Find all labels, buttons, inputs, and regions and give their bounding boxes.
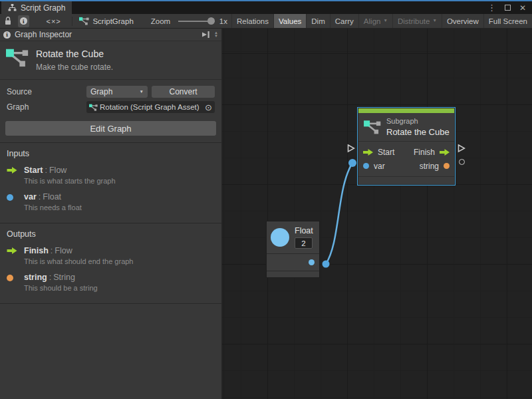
titlebar: Script Graph ⋮ ✕ [0,1,532,14]
source-dropdown-value: Graph [90,87,140,96]
chevron-down-icon: ▼ [432,19,436,23]
subgraph-node-header[interactable]: Subgraph Rotate the Cube [358,113,454,141]
flow-output-port-icon[interactable] [440,149,450,156]
script-graph-icon [89,104,98,111]
lock-icon[interactable] [5,17,11,25]
port-label-finish: Finish [414,148,435,157]
port-label-start: Start [378,148,394,157]
values-button[interactable]: Values [273,14,306,28]
graph-toolbar: i <×> ScriptGraph Zoom 1x Relations Valu… [0,14,532,29]
port-label-var: var [374,162,385,171]
value-port-row: var string [358,159,454,173]
align-button[interactable]: Align▼ [358,14,392,28]
chevron-down-icon: ▼ [383,19,387,23]
graph-inspector-panel: i Graph Inspector ▲ ▼ Rotate the Cube Ma… [0,29,222,399]
full-screen-button[interactable]: Full Screen [483,14,532,28]
node-footer [358,177,454,184]
entry-line: string:String [24,273,98,282]
subgraph-node[interactable]: Subgraph Rotate the Cube Start Finish [358,108,455,185]
script-graph-asset-icon [6,48,29,72]
node-type-badge: Subgraph [386,117,450,125]
connection-wire[interactable] [222,29,532,399]
zoom-value: 1x [219,17,227,25]
source-dropdown[interactable]: Graph ▼ [86,86,148,98]
edit-graph-button[interactable]: Edit Graph [5,121,216,136]
info-icon: i [20,17,27,25]
inspector-header: i Graph Inspector ▲ ▼ [0,29,221,41]
float-input-port-icon[interactable] [363,163,369,169]
tab-label: Script Graph [21,3,65,13]
dock-panel-icon[interactable] [202,31,210,38]
string-output-port-icon[interactable] [444,163,450,169]
zoom-slider-handle[interactable] [207,17,215,25]
distribute-button[interactable]: Distribute▼ [392,14,442,28]
flow-arrow-icon [7,166,19,185]
zoom-label: Zoom [151,17,170,25]
script-graph-breadcrumb[interactable]: ScriptGraph [92,17,133,25]
close-icon[interactable]: ✕ [519,4,526,12]
relations-button[interactable]: Relations [231,14,273,28]
entry-line: Finish:Flow [24,246,134,255]
string-output-connector-icon[interactable] [459,159,465,165]
overview-button[interactable]: Overview [442,14,483,28]
inputs-header: Inputs [7,149,215,158]
entry-description: This should be a string [24,284,98,292]
entry-description: This is what starts the graph [24,177,116,185]
float-output-port-icon[interactable] [309,259,315,265]
graph-title-block: Rotate the Cube Make the cube rotate. [0,41,221,80]
float-node-body [267,253,319,271]
object-picker-icon[interactable]: ⊙ [205,103,212,112]
graph-object-field[interactable]: Rotation (Script Graph Asset) ⊙ [86,101,215,113]
window-controls: ⋮ ✕ [487,1,532,14]
chevron-down-icon: ▼ [140,90,144,94]
flow-output-connector-icon[interactable] [458,144,466,153]
window-menu-icon[interactable]: ⋮ [487,3,496,12]
dim-button[interactable]: Dim [306,14,329,28]
float-node-title: Float [295,226,313,235]
float-value-input[interactable]: 2 [295,237,313,249]
graph-hierarchy-icon [8,4,17,11]
convert-button[interactable]: Convert [152,86,215,98]
entry-description: This is what should end the graph [24,257,134,265]
script-graph-icon [364,120,381,134]
node-title: Rotate the Cube [386,127,450,137]
flow-arrow-icon [7,246,19,265]
string-port-icon [7,273,19,292]
output-entry-finish: Finish:Flow This is what should end the … [7,246,215,265]
toolbar-separator [72,17,72,26]
view-source-icon[interactable]: <×> [47,17,61,25]
inspector-toggle-button[interactable]: i [18,15,29,27]
graph-row: Graph Rotation (Script Graph Asset) ⊙ [7,101,215,113]
carry-button[interactable]: Carry [330,14,358,28]
tab-script-graph[interactable]: Script Graph [1,1,72,14]
outputs-section: Outputs Finish:Flow This is what should … [0,223,221,304]
outputs-header: Outputs [7,229,215,239]
node-ports: Start Finish var string [358,141,454,177]
input-entry-start: Start:Flow This is what starts the graph [7,166,215,185]
graph-title-texts: Rotate the Cube Make the cube rotate. [36,48,113,72]
scroll-down-icon[interactable]: ▼ [214,35,218,38]
value-port-icon [7,192,19,211]
entry-description: This needs a float [24,203,82,211]
panel-scroll-arrows[interactable]: ▲ ▼ [214,31,218,38]
main-split: i Graph Inspector ▲ ▼ Rotate the Cube Ma… [0,29,532,399]
inputs-section: Inputs Start:Flow This is what starts th… [0,143,221,223]
flow-port-row: Start Finish [358,145,454,159]
toolbar-buttons: Relations Values Dim Carry Align▼ Distri… [231,14,532,28]
float-node[interactable]: Float 2 [266,221,320,278]
input-entry-var: var:Float This needs a float [7,192,215,211]
flow-input-port-icon[interactable] [363,149,373,156]
graph-field-label: Graph [7,102,86,112]
float-node-header[interactable]: Float 2 [267,221,319,253]
source-row: Source Graph ▼ Convert [7,86,215,98]
zoom-slider[interactable] [178,17,215,25]
maximize-icon[interactable] [505,5,511,11]
flow-input-connector-icon[interactable] [347,144,355,153]
graph-canvas[interactable]: Subgraph Rotate the Cube Start Finish [222,29,532,399]
source-label: Source [7,87,86,96]
graph-object-value: Rotation (Script Graph Asset) [100,103,203,111]
entry-line: Start:Flow [24,166,116,175]
inspector-form: Source Graph ▼ Convert Graph Rotation (S… [0,80,221,119]
graph-subtitle: Make the cube rotate. [36,63,113,72]
graph-title: Rotate the Cube [36,49,113,59]
